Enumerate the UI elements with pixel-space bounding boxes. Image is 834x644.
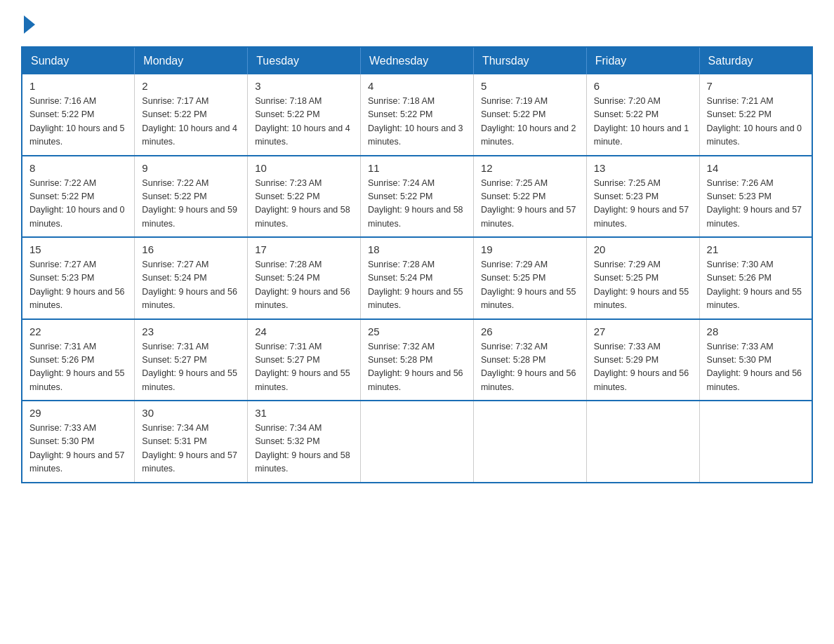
week-row-1: 1Sunrise: 7:16 AMSunset: 5:22 PMDaylight…	[22, 74, 812, 156]
calendar-cell: 4Sunrise: 7:18 AMSunset: 5:22 PMDaylight…	[361, 74, 474, 156]
calendar-cell: 3Sunrise: 7:18 AMSunset: 5:22 PMDaylight…	[248, 74, 361, 156]
calendar-cell: 8Sunrise: 7:22 AMSunset: 5:22 PMDaylight…	[22, 156, 135, 238]
calendar-cell: 10Sunrise: 7:23 AMSunset: 5:22 PMDayligh…	[248, 156, 361, 238]
calendar-cell: 20Sunrise: 7:29 AMSunset: 5:25 PMDayligh…	[586, 237, 699, 319]
day-number: 21	[707, 243, 805, 255]
day-info: Sunrise: 7:28 AMSunset: 5:24 PMDaylight:…	[368, 258, 466, 313]
day-number: 8	[29, 162, 127, 174]
calendar-cell: 23Sunrise: 7:31 AMSunset: 5:27 PMDayligh…	[135, 319, 248, 401]
day-info: Sunrise: 7:30 AMSunset: 5:26 PMDaylight:…	[707, 258, 805, 313]
day-number: 24	[255, 326, 353, 337]
calendar-cell: 27Sunrise: 7:33 AMSunset: 5:29 PMDayligh…	[586, 319, 699, 401]
day-number: 28	[707, 326, 805, 337]
calendar-cell: 19Sunrise: 7:29 AMSunset: 5:25 PMDayligh…	[473, 237, 586, 319]
calendar-cell: 7Sunrise: 7:21 AMSunset: 5:22 PMDaylight…	[699, 74, 812, 156]
calendar-cell: 26Sunrise: 7:32 AMSunset: 5:28 PMDayligh…	[473, 319, 586, 401]
day-info: Sunrise: 7:22 AMSunset: 5:22 PMDaylight:…	[29, 177, 127, 232]
day-info: Sunrise: 7:33 AMSunset: 5:30 PMDaylight:…	[707, 340, 805, 395]
calendar-cell: 6Sunrise: 7:20 AMSunset: 5:22 PMDaylight…	[586, 74, 699, 156]
day-number: 3	[255, 80, 353, 92]
day-info: Sunrise: 7:29 AMSunset: 5:25 PMDaylight:…	[481, 258, 579, 313]
logo	[21, 14, 35, 34]
day-info: Sunrise: 7:27 AMSunset: 5:24 PMDaylight:…	[142, 258, 240, 313]
day-info: Sunrise: 7:25 AMSunset: 5:22 PMDaylight:…	[481, 177, 579, 232]
calendar-cell: 16Sunrise: 7:27 AMSunset: 5:24 PMDayligh…	[135, 237, 248, 319]
calendar-cell	[699, 401, 812, 483]
day-number: 18	[368, 243, 466, 255]
calendar-cell: 28Sunrise: 7:33 AMSunset: 5:30 PMDayligh…	[699, 319, 812, 401]
day-number: 1	[29, 80, 127, 92]
day-info: Sunrise: 7:33 AMSunset: 5:29 PMDaylight:…	[594, 340, 692, 395]
week-row-4: 22Sunrise: 7:31 AMSunset: 5:26 PMDayligh…	[22, 319, 812, 401]
day-info: Sunrise: 7:17 AMSunset: 5:22 PMDaylight:…	[142, 95, 240, 149]
calendar-cell: 11Sunrise: 7:24 AMSunset: 5:22 PMDayligh…	[361, 156, 474, 238]
day-info: Sunrise: 7:27 AMSunset: 5:23 PMDaylight:…	[29, 258, 127, 313]
calendar-cell: 15Sunrise: 7:27 AMSunset: 5:23 PMDayligh…	[22, 237, 135, 319]
day-info: Sunrise: 7:18 AMSunset: 5:22 PMDaylight:…	[368, 95, 466, 149]
calendar-cell: 2Sunrise: 7:17 AMSunset: 5:22 PMDaylight…	[135, 74, 248, 156]
calendar-cell	[586, 401, 699, 483]
day-number: 29	[29, 407, 127, 419]
calendar-cell: 12Sunrise: 7:25 AMSunset: 5:22 PMDayligh…	[473, 156, 586, 238]
calendar-cell: 21Sunrise: 7:30 AMSunset: 5:26 PMDayligh…	[699, 237, 812, 319]
day-number: 17	[255, 243, 353, 255]
calendar-cell: 14Sunrise: 7:26 AMSunset: 5:23 PMDayligh…	[699, 156, 812, 238]
day-number: 20	[594, 243, 692, 255]
header-cell-saturday: Saturday	[699, 47, 812, 74]
day-number: 19	[481, 243, 579, 255]
calendar-cell: 5Sunrise: 7:19 AMSunset: 5:22 PMDaylight…	[473, 74, 586, 156]
calendar-cell: 30Sunrise: 7:34 AMSunset: 5:31 PMDayligh…	[135, 401, 248, 483]
calendar-cell	[361, 401, 474, 483]
header-cell-wednesday: Wednesday	[361, 47, 474, 74]
day-info: Sunrise: 7:19 AMSunset: 5:22 PMDaylight:…	[481, 95, 579, 149]
day-number: 27	[594, 326, 692, 337]
day-info: Sunrise: 7:25 AMSunset: 5:23 PMDaylight:…	[594, 177, 692, 232]
day-info: Sunrise: 7:22 AMSunset: 5:22 PMDaylight:…	[142, 177, 240, 232]
day-info: Sunrise: 7:18 AMSunset: 5:22 PMDaylight:…	[255, 95, 353, 149]
header-cell-thursday: Thursday	[473, 47, 586, 74]
calendar-cell: 18Sunrise: 7:28 AMSunset: 5:24 PMDayligh…	[361, 237, 474, 319]
calendar-cell: 1Sunrise: 7:16 AMSunset: 5:22 PMDaylight…	[22, 74, 135, 156]
day-number: 26	[481, 326, 579, 337]
calendar-cell: 25Sunrise: 7:32 AMSunset: 5:28 PMDayligh…	[361, 319, 474, 401]
week-row-5: 29Sunrise: 7:33 AMSunset: 5:30 PMDayligh…	[22, 401, 812, 483]
day-number: 4	[368, 80, 466, 92]
header-row: SundayMondayTuesdayWednesdayThursdayFrid…	[22, 47, 812, 74]
day-info: Sunrise: 7:26 AMSunset: 5:23 PMDaylight:…	[707, 177, 805, 232]
day-number: 22	[29, 326, 127, 337]
week-row-3: 15Sunrise: 7:27 AMSunset: 5:23 PMDayligh…	[22, 237, 812, 319]
day-number: 9	[142, 162, 240, 174]
day-number: 30	[142, 407, 240, 419]
calendar-cell: 22Sunrise: 7:31 AMSunset: 5:26 PMDayligh…	[22, 319, 135, 401]
calendar-cell: 17Sunrise: 7:28 AMSunset: 5:24 PMDayligh…	[248, 237, 361, 319]
day-number: 10	[255, 162, 353, 174]
week-row-2: 8Sunrise: 7:22 AMSunset: 5:22 PMDaylight…	[22, 156, 812, 238]
day-info: Sunrise: 7:31 AMSunset: 5:26 PMDaylight:…	[29, 340, 127, 395]
day-info: Sunrise: 7:32 AMSunset: 5:28 PMDaylight:…	[481, 340, 579, 395]
day-number: 13	[594, 162, 692, 174]
day-info: Sunrise: 7:34 AMSunset: 5:32 PMDaylight:…	[255, 422, 353, 476]
calendar-cell: 29Sunrise: 7:33 AMSunset: 5:30 PMDayligh…	[22, 401, 135, 483]
day-number: 7	[707, 80, 805, 92]
header-cell-monday: Monday	[135, 47, 248, 74]
day-number: 12	[481, 162, 579, 174]
day-number: 2	[142, 80, 240, 92]
header-cell-sunday: Sunday	[22, 47, 135, 74]
day-number: 16	[142, 243, 240, 255]
day-info: Sunrise: 7:33 AMSunset: 5:30 PMDaylight:…	[29, 422, 127, 476]
day-number: 11	[368, 162, 466, 174]
day-info: Sunrise: 7:20 AMSunset: 5:22 PMDaylight:…	[594, 95, 692, 149]
day-number: 25	[368, 326, 466, 337]
calendar-cell: 13Sunrise: 7:25 AMSunset: 5:23 PMDayligh…	[586, 156, 699, 238]
header	[21, 14, 813, 34]
logo-arrow-icon	[24, 15, 35, 34]
day-info: Sunrise: 7:31 AMSunset: 5:27 PMDaylight:…	[255, 340, 353, 395]
day-number: 15	[29, 243, 127, 255]
calendar-cell: 9Sunrise: 7:22 AMSunset: 5:22 PMDaylight…	[135, 156, 248, 238]
calendar-table: SundayMondayTuesdayWednesdayThursdayFrid…	[21, 46, 813, 483]
day-info: Sunrise: 7:29 AMSunset: 5:25 PMDaylight:…	[594, 258, 692, 313]
day-info: Sunrise: 7:16 AMSunset: 5:22 PMDaylight:…	[29, 95, 127, 149]
day-number: 23	[142, 326, 240, 337]
day-number: 6	[594, 80, 692, 92]
day-info: Sunrise: 7:23 AMSunset: 5:22 PMDaylight:…	[255, 177, 353, 232]
